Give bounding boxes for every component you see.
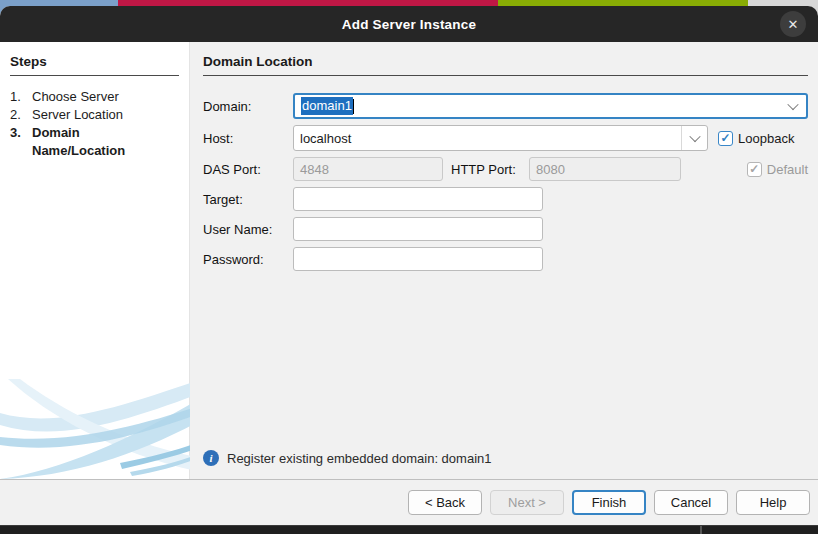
step-item-server-location: 2. Server Location — [10, 106, 179, 124]
das-port-field: 4848 — [293, 157, 443, 181]
dialog-title: Add Server Instance — [342, 17, 476, 32]
target-input[interactable] — [293, 187, 543, 211]
ports-row: DAS Port: 4848 HTTP Port: 8080 ✓ Default — [203, 157, 808, 181]
das-port-label: DAS Port: — [203, 162, 293, 177]
step-label: Choose Server — [32, 88, 119, 106]
wizard-watermark-graphic — [0, 379, 196, 479]
taskbar-divider — [700, 526, 702, 534]
info-message-row: i Register existing embedded domain: dom… — [203, 450, 492, 466]
back-button[interactable]: < Back — [408, 490, 482, 515]
info-message: Register existing embedded domain: domai… — [227, 451, 492, 466]
domain-row: Domain: domain1 — [203, 93, 808, 119]
domain-location-panel: Domain Location Domain: domain1 Host: lo… — [190, 42, 818, 479]
steps-heading: Steps — [10, 54, 179, 76]
close-button[interactable]: ✕ — [780, 11, 806, 37]
step-number: 3. — [10, 124, 32, 160]
checkbox-checked-disabled-icon: ✓ — [747, 162, 762, 177]
dialog-titlebar[interactable]: Add Server Instance ✕ — [0, 6, 818, 42]
loopback-label: Loopback — [738, 131, 794, 146]
host-label: Host: — [203, 131, 293, 146]
default-checkbox: ✓ Default — [747, 162, 808, 177]
checkbox-checked-icon: ✓ — [718, 131, 733, 146]
help-button[interactable]: Help — [736, 490, 810, 515]
close-icon: ✕ — [788, 18, 799, 31]
domain-combobox[interactable]: domain1 — [293, 93, 808, 119]
password-input[interactable] — [293, 247, 543, 271]
default-label: Default — [767, 162, 808, 177]
next-button: Next > — [490, 490, 564, 515]
finish-button[interactable]: Finish — [572, 490, 646, 515]
host-dropdown-button[interactable] — [681, 126, 707, 150]
domain-label: Domain: — [203, 99, 293, 114]
http-port-field: 8080 — [529, 157, 681, 181]
wizard-button-bar: < Back Next > Finish Cancel Help — [0, 479, 818, 525]
steps-panel: Steps 1. Choose Server 2. Server Locatio… — [0, 42, 190, 479]
loopback-checkbox[interactable]: ✓ Loopback — [718, 131, 794, 146]
step-label: Server Location — [32, 106, 123, 124]
target-row: Target: — [203, 187, 808, 211]
steps-list: 1. Choose Server 2. Server Location 3. D… — [10, 88, 179, 160]
target-label: Target: — [203, 192, 293, 207]
username-input[interactable] — [293, 217, 543, 241]
text-caret — [353, 99, 354, 114]
section-heading: Domain Location — [203, 54, 808, 76]
add-server-instance-dialog: Add Server Instance ✕ Steps 1. Choose Se… — [0, 6, 818, 525]
step-item-domain-name-location: 3. Domain Name/Location — [10, 124, 179, 160]
step-number: 1. — [10, 88, 32, 106]
domain-dropdown-button[interactable] — [780, 95, 806, 117]
domain-value: domain1 — [295, 97, 354, 115]
dialog-content: Steps 1. Choose Server 2. Server Locatio… — [0, 42, 818, 479]
info-icon: i — [203, 450, 219, 466]
host-row: Host: localhost ✓ Loopback — [203, 125, 808, 151]
desktop-screen: Add Server Instance ✕ Steps 1. Choose Se… — [0, 0, 818, 534]
chevron-down-icon — [689, 131, 700, 142]
http-port-label: HTTP Port: — [451, 162, 529, 177]
username-label: User Name: — [203, 222, 293, 237]
step-label: Domain Name/Location — [32, 124, 150, 160]
desktop-taskbar-strip — [0, 525, 818, 534]
chevron-down-icon — [787, 99, 798, 110]
password-row: Password: — [203, 247, 808, 271]
username-row: User Name: — [203, 217, 808, 241]
password-label: Password: — [203, 252, 293, 267]
step-item-choose-server: 1. Choose Server — [10, 88, 179, 106]
host-combobox[interactable]: localhost — [293, 125, 708, 151]
host-value: localhost — [294, 131, 351, 146]
step-number: 2. — [10, 106, 32, 124]
cancel-button[interactable]: Cancel — [654, 490, 728, 515]
